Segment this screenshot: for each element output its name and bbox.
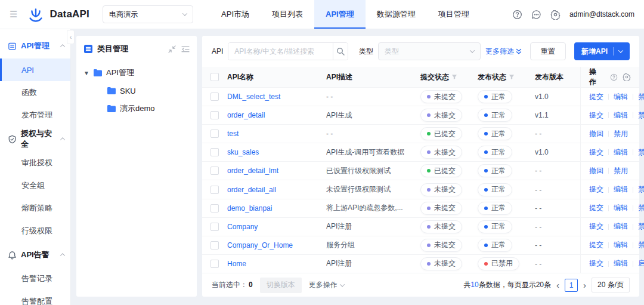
sidebar-item-0-1[interactable]: 函数	[0, 81, 70, 104]
type-select[interactable]: 类型	[378, 42, 481, 60]
user-email[interactable]: admin@dtstack.com	[569, 10, 634, 19]
row-checkbox[interactable]	[210, 241, 219, 249]
sidebar-collapse-handle[interactable]: ‹	[67, 30, 75, 44]
action-编辑[interactable]: 编辑	[614, 221, 628, 232]
topnav-item-1[interactable]: 项目列表	[261, 0, 314, 29]
action-禁用[interactable]: 禁用	[638, 92, 644, 102]
action-提交[interactable]: 提交	[589, 110, 603, 121]
settings-icon[interactable]	[550, 10, 561, 20]
action-禁用[interactable]: 禁用	[638, 110, 644, 121]
api-name-link[interactable]: demo_bianpai	[227, 204, 272, 212]
sidebar-section-0[interactable]: API管理	[0, 33, 70, 58]
sidebar-item-2-0[interactable]: 告警记录	[0, 267, 70, 290]
prev-page-icon[interactable]: ‹	[556, 281, 559, 289]
select-all-checkbox[interactable]	[210, 73, 219, 81]
caret-down-icon[interactable]: ▼	[83, 70, 89, 76]
api-name-link[interactable]: order_detail	[227, 111, 265, 119]
action-提交[interactable]: 提交	[589, 203, 603, 213]
api-name-link[interactable]: order_detail_lmt	[227, 167, 278, 175]
row-checkbox[interactable]	[210, 223, 219, 231]
next-page-icon[interactable]: ›	[583, 281, 586, 289]
api-name-link[interactable]: order_detail_all	[227, 186, 276, 194]
action-编辑[interactable]: 编辑	[614, 92, 628, 102]
hamburger-menu-icon[interactable]: ☰	[10, 9, 17, 20]
collapse-diagonal-icon[interactable]	[168, 45, 176, 53]
reset-button[interactable]: 重置	[530, 42, 566, 60]
row-checkbox[interactable]	[210, 167, 219, 175]
switch-version-button[interactable]: 切换版本	[260, 278, 302, 293]
sidebar-section-1[interactable]: 授权与安全	[0, 127, 70, 152]
action-提交[interactable]: 提交	[589, 240, 603, 250]
api-name-link[interactable]: Company_Or_Home	[227, 241, 293, 249]
action-撤回[interactable]: 撤回	[589, 129, 603, 139]
api-name-link[interactable]: Home	[227, 260, 246, 268]
action-编辑[interactable]: 编辑	[614, 110, 628, 121]
sidebar-section-2[interactable]: API告警	[0, 242, 70, 267]
tree-node-root[interactable]: ▼ API管理	[83, 64, 190, 82]
collapse-panel-icon[interactable]	[181, 45, 190, 53]
row-checkbox[interactable]	[210, 93, 219, 101]
sidebar: API管理API函数发布管理授权与安全审批授权安全组熔断策略行级权限API告警告…	[0, 29, 70, 305]
more-filters-link[interactable]: 更多筛选	[485, 47, 522, 57]
status-dot	[484, 169, 488, 172]
action-提交[interactable]: 提交	[589, 221, 603, 232]
sidebar-item-0-0[interactable]: API	[0, 58, 70, 81]
tree-node-0[interactable]: SKU	[83, 82, 190, 100]
action-启用[interactable]: 启用	[638, 258, 644, 269]
new-api-button[interactable]: 新增API	[574, 42, 630, 60]
topnav-item-4[interactable]: 项目管理	[427, 0, 481, 29]
action-禁用[interactable]: 禁用	[638, 221, 644, 232]
action-提交[interactable]: 提交	[589, 147, 603, 158]
actions-cell: 提交编辑禁用	[580, 218, 639, 236]
api-name-link[interactable]: test	[227, 130, 239, 138]
row-checkbox[interactable]	[210, 204, 219, 212]
action-禁用[interactable]: 禁用	[638, 147, 644, 158]
action-禁用[interactable]: 禁用	[638, 240, 644, 250]
sidebar-item-1-3[interactable]: 行级权限	[0, 220, 70, 242]
sidebar-item-1-0[interactable]: 审批授权	[0, 152, 70, 174]
action-禁用[interactable]: 禁用	[638, 203, 644, 213]
tree-node-1[interactable]: 演示demo	[83, 100, 190, 118]
topnav-item-0[interactable]: API市场	[210, 0, 261, 29]
api-name-link[interactable]: DML_select_test	[227, 93, 280, 101]
action-禁用[interactable]: 禁用	[614, 129, 628, 139]
sidebar-item-1-1[interactable]: 安全组	[0, 174, 70, 197]
action-禁用[interactable]: 禁用	[638, 184, 644, 195]
action-编辑[interactable]: 编辑	[614, 147, 628, 158]
question-circle-icon[interactable]	[610, 73, 618, 81]
search-icon[interactable]	[333, 43, 348, 60]
action-编辑[interactable]: 编辑	[614, 203, 628, 213]
topnav-item-2[interactable]: API管理	[314, 0, 366, 29]
filter-funnel-icon[interactable]	[509, 74, 515, 80]
action-提交[interactable]: 提交	[589, 184, 603, 195]
action-禁用[interactable]: 禁用	[614, 166, 628, 176]
filter-funnel-icon[interactable]	[451, 74, 457, 80]
page-size-select[interactable]: 20 条/页	[592, 278, 630, 292]
row-checkbox[interactable]	[210, 111, 219, 119]
row-checkbox[interactable]	[210, 130, 219, 138]
api-name-link[interactable]: Company	[227, 223, 258, 231]
row-checkbox[interactable]	[210, 260, 219, 268]
more-actions-dropdown[interactable]: 更多操作	[309, 280, 344, 290]
toolbar-right: 更多筛选 重置 新增API	[485, 42, 630, 60]
action-提交[interactable]: 提交	[589, 92, 603, 102]
action-编辑[interactable]: 编辑	[614, 240, 628, 250]
current-page[interactable]: 1	[565, 279, 578, 292]
project-select[interactable]: 电商演示	[103, 5, 193, 23]
table-row: order_detail_all未设置行级权限测试未提交正常- -提交编辑禁用	[202, 180, 639, 198]
sidebar-item-2-1[interactable]: 告警配置	[0, 290, 70, 305]
sidebar-item-0-2[interactable]: 发布管理	[0, 104, 70, 127]
action-提交[interactable]: 提交	[589, 258, 603, 269]
help-icon[interactable]	[512, 10, 522, 20]
sidebar-item-1-2[interactable]: 熔断策略	[0, 197, 70, 220]
row-checkbox[interactable]	[210, 148, 219, 156]
api-search-input[interactable]	[228, 43, 333, 60]
action-编辑[interactable]: 编辑	[614, 258, 628, 269]
column-settings-gear-icon[interactable]	[623, 73, 631, 81]
action-撤回[interactable]: 撤回	[589, 166, 603, 176]
row-checkbox[interactable]	[210, 186, 219, 194]
topnav-item-3[interactable]: 数据源管理	[366, 0, 427, 29]
message-icon[interactable]	[531, 10, 541, 20]
api-name-link[interactable]: sku_sales	[227, 148, 259, 156]
action-编辑[interactable]: 编辑	[614, 184, 628, 195]
